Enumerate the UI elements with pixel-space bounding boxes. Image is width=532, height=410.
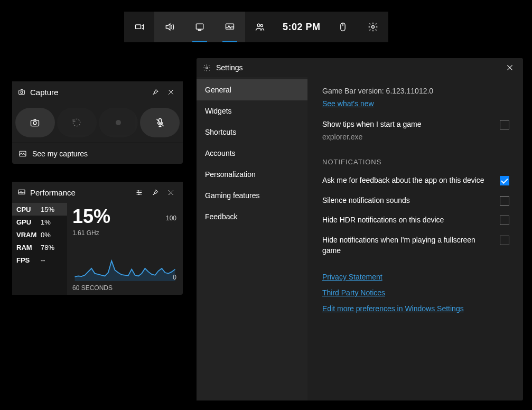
svg-rect-2 (199, 30, 201, 31)
capture-title: Capture (30, 88, 58, 97)
nav-personalization[interactable]: Personalization (197, 164, 307, 185)
show-tips-label: Show tips when I start a game (322, 119, 493, 130)
settings-main: Game Bar version: 6.123.11012.0 See what… (307, 77, 523, 400)
metric-gpu[interactable]: GPU1% (12, 216, 67, 228)
svg-point-21 (139, 192, 141, 193)
nav-widgets[interactable]: Widgets (197, 100, 307, 122)
xbox-social-button[interactable] (245, 12, 275, 42)
y-axis-bot: 0 (173, 274, 176, 281)
show-tips-checkbox[interactable] (500, 120, 509, 129)
gallery-icon (18, 150, 27, 158)
privacy-link[interactable]: Privacy Statement (322, 273, 509, 281)
performance-graph: 15% 1.61 GHz 100 0 60 SECONDS (67, 203, 183, 295)
performance-header: Performance (12, 182, 183, 203)
big-percent: 15% (72, 207, 178, 226)
svg-point-4 (257, 24, 260, 26)
clock: 5:02 PM (275, 12, 328, 42)
svg-point-22 (138, 193, 139, 194)
notifications-header: NOTIFICATIONS (322, 158, 509, 166)
gear-icon (203, 64, 211, 72)
capture-buttons-row (12, 102, 183, 143)
version-text: Game Bar version: 6.123.11012.0 (322, 87, 509, 95)
y-axis-top: 100 (166, 215, 176, 222)
close-button[interactable] (503, 61, 517, 74)
cpu-frequency: 1.61 GHz (72, 229, 178, 237)
settings-window: Settings General Widgets Shortcuts Accou… (197, 58, 523, 400)
svg-rect-1 (196, 24, 203, 29)
broadcast-button[interactable] (124, 12, 154, 42)
audio-button[interactable] (154, 12, 184, 42)
opt-feedback-checkbox[interactable] (500, 176, 509, 185)
capture-panel: Capture See my captures (12, 81, 183, 164)
svg-point-12 (33, 122, 36, 125)
svg-point-8 (372, 26, 375, 29)
close-button[interactable] (164, 185, 178, 199)
windows-settings-link[interactable]: Edit more preferences in Windows Setting… (322, 304, 509, 313)
metric-ram[interactable]: RAM78% (12, 241, 67, 254)
capture-header: Capture (12, 81, 183, 102)
nav-gaming-features[interactable]: Gaming features (197, 185, 307, 206)
opt-silence-checkbox[interactable] (500, 196, 509, 206)
performance-panel: Performance CPU15% GPU1% VRAM0% RAM78% F… (12, 182, 183, 295)
nav-shortcuts[interactable]: Shortcuts (197, 122, 307, 143)
mic-toggle-button[interactable] (140, 108, 180, 137)
metrics-list: CPU15% GPU1% VRAM0% RAM78% FPS-- (12, 203, 67, 295)
performance-body: CPU15% GPU1% VRAM0% RAM78% FPS-- 15% 1.6… (12, 203, 183, 295)
options-button[interactable] (132, 185, 146, 199)
opt-silence-label: Silence notification sounds (322, 195, 493, 206)
nav-general[interactable]: General (197, 79, 307, 100)
opt-hdr-checkbox[interactable] (500, 216, 509, 225)
svg-point-10 (21, 91, 23, 94)
usage-chart (72, 239, 178, 281)
performance-icon (17, 188, 26, 197)
nav-accounts[interactable]: Accounts (197, 143, 307, 164)
third-party-link[interactable]: Third Party Notices (322, 288, 509, 297)
see-my-captures-button[interactable]: See my captures (12, 143, 183, 164)
svg-rect-3 (226, 24, 234, 29)
process-name: explorer.exe (322, 132, 493, 143)
opt-fullscreen-checkbox[interactable] (500, 236, 509, 245)
pin-button[interactable] (148, 185, 162, 199)
opt-fullscreen-label: Hide notifications when I'm playing a fu… (322, 235, 493, 256)
close-button[interactable] (164, 85, 178, 99)
screenshot-button[interactable] (15, 108, 55, 137)
top-bar: 5:02 PM (124, 12, 388, 42)
record-dot-icon (116, 120, 121, 125)
record-last-button[interactable] (57, 108, 97, 137)
settings-header: Settings (197, 58, 523, 77)
mouse-passthrough-button[interactable] (328, 12, 358, 42)
performance-button[interactable] (215, 12, 245, 42)
capture-icon (17, 88, 26, 96)
start-record-button[interactable] (99, 108, 138, 137)
performance-title: Performance (30, 188, 76, 197)
svg-point-5 (261, 24, 263, 26)
svg-rect-16 (18, 190, 25, 194)
svg-point-23 (206, 67, 208, 69)
opt-hdr-label: Hide HDR notifications on this device (322, 215, 493, 226)
settings-button[interactable] (358, 12, 388, 42)
metric-cpu[interactable]: CPU15% (12, 203, 67, 216)
settings-nav: General Widgets Shortcuts Accounts Perso… (197, 77, 307, 400)
whats-new-link[interactable]: See what's new (322, 99, 374, 108)
pin-button[interactable] (148, 85, 162, 99)
metric-vram[interactable]: VRAM0% (12, 228, 67, 241)
time-axis-label: 60 SECONDS (72, 281, 178, 292)
svg-rect-0 (135, 25, 141, 29)
svg-rect-9 (19, 90, 25, 95)
settings-title: Settings (216, 63, 243, 72)
nav-feedback[interactable]: Feedback (197, 206, 307, 227)
svg-point-20 (137, 190, 138, 191)
capture-button[interactable] (184, 12, 214, 42)
opt-feedback-label: Ask me for feedback about the app on thi… (322, 175, 493, 186)
see-captures-label: See my captures (32, 150, 88, 158)
metric-fps[interactable]: FPS-- (12, 254, 67, 266)
